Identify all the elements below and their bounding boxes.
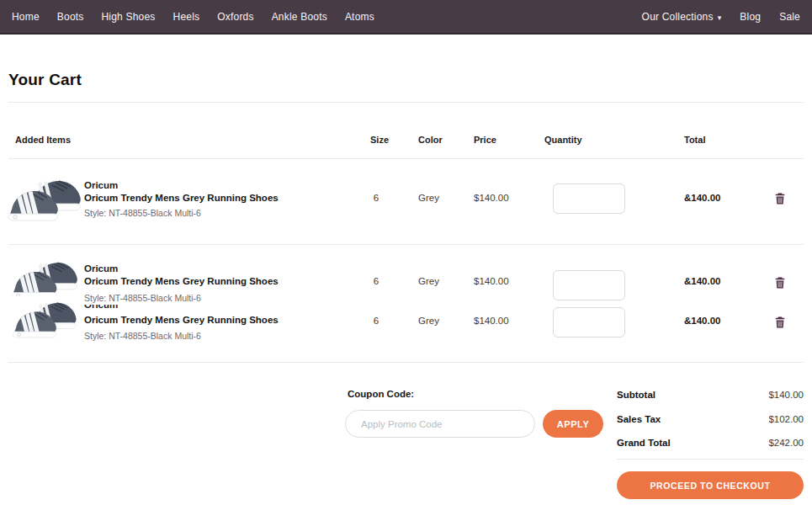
product-style: Style: NT-48855-Black Multi-6	[84, 331, 201, 341]
remove-item-button[interactable]	[773, 276, 787, 291]
divider	[617, 459, 804, 460]
column-header-added-items: Added Items	[15, 135, 71, 145]
product-brand: Oricum	[84, 180, 118, 190]
nav-item-high-shoes[interactable]: High Shoes	[102, 11, 156, 23]
column-header-total: Total	[684, 135, 705, 145]
grand-total-label: Grand Total	[617, 438, 671, 448]
divider	[8, 362, 804, 363]
item-total: &140.00	[684, 193, 720, 203]
cart-row: Oricum Oricum Trendy Mens Grey Running S…	[0, 295, 812, 362]
item-price: $140.00	[474, 316, 509, 326]
column-header-quantity: Quantity	[544, 135, 582, 145]
item-size: 6	[361, 193, 391, 203]
our-collections-label: Our Collections	[642, 11, 714, 23]
nav-right: Our Collections▾ Blog Sale	[642, 11, 800, 23]
nav-item-sale[interactable]: Sale	[779, 11, 800, 23]
remove-item-button[interactable]	[773, 316, 787, 331]
trash-icon	[774, 192, 786, 205]
nav-dropdown-our-collections[interactable]: Our Collections▾	[642, 11, 722, 23]
product-brand: Oricum	[84, 263, 118, 274]
nav-item-boots[interactable]: Boots	[57, 11, 84, 23]
quantity-input[interactable]	[553, 307, 625, 338]
item-color: Grey	[418, 316, 439, 326]
product-style: Style: NT-48855-Black Multi-6	[84, 293, 201, 303]
trash-icon	[774, 276, 786, 290]
nav-item-blog[interactable]: Blog	[740, 11, 761, 23]
nav-item-heels[interactable]: Heels	[173, 11, 200, 23]
sales-tax-label: Sales Tax	[617, 414, 661, 424]
product-name-link[interactable]: Oricum Trendy Mens Grey Running Shoes	[84, 276, 279, 286]
divider	[8, 102, 804, 103]
remove-item-button[interactable]	[773, 192, 787, 207]
sales-tax-value: $102.00	[768, 414, 804, 424]
nav-item-oxfords[interactable]: Oxfords	[217, 11, 253, 23]
quantity-input[interactable]	[553, 270, 625, 300]
product-name-link[interactable]: Oricum Trendy Mens Grey Running Shoes	[84, 315, 279, 325]
quantity-input[interactable]	[553, 183, 625, 214]
product-image[interactable]	[7, 296, 84, 343]
item-color: Grey	[418, 193, 439, 203]
grand-total-value: $242.00	[768, 438, 804, 448]
column-header-size: Size	[364, 135, 395, 145]
item-total: &140.00	[684, 316, 720, 326]
item-size: 6	[361, 316, 391, 326]
chevron-down-icon: ▾	[718, 13, 722, 22]
subtotal-value: $140.00	[768, 390, 804, 400]
column-header-color: Color	[418, 135, 443, 145]
promo-code-input[interactable]	[345, 410, 535, 438]
coupon-code-label: Coupon Code:	[348, 389, 414, 399]
subtotal-label: Subtotal	[617, 390, 655, 400]
divider	[8, 244, 804, 245]
cart-page: Home Boots High Shoes Heels Oxfords Ankl…	[0, 0, 812, 505]
item-total: &140.00	[684, 276, 720, 286]
nav-item-atoms[interactable]: Atoms	[345, 11, 374, 23]
item-price: $140.00	[474, 276, 509, 286]
nav-item-ankle-boots[interactable]: Ankle Boots	[272, 11, 327, 23]
column-header-price: Price	[474, 135, 496, 145]
product-image[interactable]	[7, 173, 84, 228]
product-style: Style: NT-48855-Black Multi-6	[84, 208, 201, 218]
divider	[8, 158, 804, 159]
cart-row: Oricum Oricum Trendy Mens Grey Running S…	[0, 165, 812, 244]
proceed-to-checkout-button[interactable]: PROCEED TO CHECKOUT	[617, 471, 804, 499]
nav-item-home[interactable]: Home	[12, 11, 40, 23]
trash-icon	[774, 316, 786, 329]
top-nav: Home Boots High Shoes Heels Oxfords Ankl…	[0, 0, 812, 35]
apply-coupon-button[interactable]: APPLY	[543, 410, 603, 438]
page-title: Your Cart	[8, 71, 82, 89]
nav-left: Home Boots High Shoes Heels Oxfords Ankl…	[12, 11, 374, 23]
item-size: 6	[361, 276, 391, 286]
cart-row: Oricum Oricum Trendy Mens Grey Running S…	[0, 249, 812, 305]
item-color: Grey	[418, 276, 439, 286]
item-price: $140.00	[474, 193, 509, 203]
product-name-link[interactable]: Oricum Trendy Mens Grey Running Shoes	[84, 193, 279, 203]
